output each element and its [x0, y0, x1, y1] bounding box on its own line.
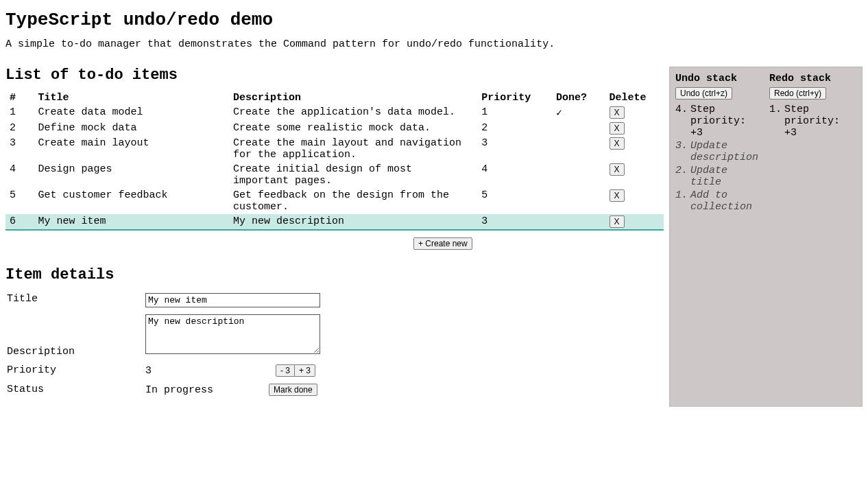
- mark-done-button[interactable]: Mark done: [269, 384, 317, 396]
- cell-delete: X: [605, 105, 664, 121]
- priority-down-button[interactable]: - 3: [276, 364, 295, 377]
- stack-item-num: 3.: [675, 140, 690, 152]
- description-input[interactable]: My new description: [145, 314, 320, 354]
- stack-item-num: 1.: [769, 104, 784, 115]
- cell-title: Create data model: [34, 105, 229, 121]
- stack-item-num: 4.: [675, 104, 690, 115]
- col-done: Done?: [552, 91, 605, 105]
- cell-num: 5: [5, 188, 34, 214]
- col-title: Title: [34, 91, 229, 105]
- cell-priority: 5: [477, 188, 552, 214]
- stack-item-text: Step priority: +3: [784, 104, 856, 139]
- undo-item: 4.Step priority: +3: [675, 104, 762, 139]
- col-desc: Description: [229, 91, 477, 105]
- cell-title: Get customer feedback: [34, 188, 229, 214]
- cell-desc: Get feedback on the design from the cust…: [229, 188, 477, 214]
- todo-table: # Title Description Priority Done? Delet…: [5, 91, 664, 231]
- details-table: Title Description My new description Pri…: [5, 290, 327, 401]
- table-row[interactable]: 4Design pagesCreate initial design of mo…: [5, 162, 664, 188]
- list-heading: List of to-do items: [5, 67, 664, 84]
- stack-item-text: Step priority: +3: [690, 104, 762, 139]
- cell-priority: 3: [477, 214, 552, 230]
- delete-button[interactable]: X: [610, 122, 625, 135]
- col-priority: Priority: [477, 91, 552, 105]
- col-delete: Delete: [605, 91, 664, 105]
- table-row[interactable]: 1Create data modelCreate the application…: [5, 105, 664, 121]
- cell-done: [552, 188, 605, 214]
- history-sidebar: Undo stack Undo (ctrl+z) 4.Step priority…: [669, 67, 863, 407]
- redo-item: 1.Step priority: +3: [769, 104, 856, 139]
- cell-priority: 2: [477, 121, 552, 136]
- priority-up-button[interactable]: + 3: [295, 364, 315, 377]
- title-input[interactable]: [145, 293, 320, 307]
- stack-item-num: 2.: [675, 165, 690, 176]
- details-heading: Item details: [5, 266, 664, 283]
- cell-done: ✓: [552, 105, 605, 121]
- cell-delete: X: [605, 214, 664, 230]
- stack-item-text: Add to collection: [690, 189, 762, 213]
- cell-desc: Create the application's data model.: [229, 105, 477, 121]
- undo-item: 3.Update description: [675, 140, 762, 163]
- page-subtitle: A simple to-do manager that demonstrates…: [5, 38, 863, 50]
- page-title: TypeScript undo/redo demo: [5, 10, 863, 30]
- cell-desc: Create initial design of most important …: [229, 162, 477, 188]
- label-title: Title: [7, 292, 144, 312]
- cell-priority: 1: [477, 105, 552, 121]
- checkmark-icon: ✓: [556, 108, 562, 119]
- label-priority: Priority: [7, 363, 144, 381]
- cell-desc: Create some realistic mock data.: [229, 121, 477, 136]
- cell-priority: 4: [477, 162, 552, 188]
- create-new-button[interactable]: + Create new: [413, 237, 472, 250]
- label-description: Description: [7, 313, 144, 362]
- cell-title: My new item: [34, 214, 229, 230]
- redo-heading: Redo stack: [769, 73, 856, 84]
- table-row[interactable]: 3Create main layoutCreate the main layou…: [5, 136, 664, 162]
- cell-num: 3: [5, 136, 34, 162]
- stack-item-text: Update description: [690, 140, 762, 163]
- cell-num: 4: [5, 162, 34, 188]
- delete-button[interactable]: X: [610, 189, 625, 202]
- table-row[interactable]: 2Define mock dataCreate some realistic m…: [5, 121, 664, 136]
- label-status: Status: [7, 382, 144, 400]
- table-header-row: # Title Description Priority Done? Delet…: [5, 91, 664, 105]
- delete-button[interactable]: X: [610, 163, 625, 176]
- cell-title: Design pages: [34, 162, 229, 188]
- undo-button[interactable]: Undo (ctrl+z): [675, 87, 732, 100]
- undo-item: 1.Add to collection: [675, 189, 762, 213]
- cell-desc: My new description: [229, 214, 477, 230]
- cell-delete: X: [605, 188, 664, 214]
- redo-stack: Redo stack Redo (ctrl+y) 1.Step priority…: [769, 73, 856, 214]
- priority-value: 3: [145, 365, 276, 377]
- cell-title: Define mock data: [34, 121, 229, 136]
- delete-button[interactable]: X: [610, 106, 625, 119]
- cell-done: [552, 162, 605, 188]
- cell-num: 1: [5, 105, 34, 121]
- undo-heading: Undo stack: [675, 73, 762, 84]
- undo-item: 2.Update title: [675, 165, 762, 188]
- redo-button[interactable]: Redo (ctrl+y): [769, 87, 826, 100]
- delete-button[interactable]: X: [610, 137, 625, 150]
- cell-delete: X: [605, 162, 664, 188]
- cell-num: 2: [5, 121, 34, 136]
- cell-done: [552, 121, 605, 136]
- cell-title: Create main layout: [34, 136, 229, 162]
- cell-delete: X: [605, 121, 664, 136]
- delete-button[interactable]: X: [610, 215, 625, 228]
- cell-delete: X: [605, 136, 664, 162]
- undo-stack: Undo stack Undo (ctrl+z) 4.Step priority…: [675, 73, 762, 214]
- cell-priority: 3: [477, 136, 552, 162]
- cell-done: [552, 136, 605, 162]
- stack-item-text: Update title: [690, 165, 762, 188]
- col-num: #: [5, 91, 34, 105]
- cell-done: [552, 214, 605, 230]
- cell-num: 6: [5, 214, 34, 230]
- cell-desc: Create the main layout and navigation fo…: [229, 136, 477, 162]
- stack-item-num: 1.: [675, 189, 690, 201]
- table-row[interactable]: 5Get customer feedbackGet feedback on th…: [5, 188, 664, 214]
- status-value: In progress: [145, 384, 269, 396]
- table-row[interactable]: 6My new itemMy new description3X: [5, 214, 664, 230]
